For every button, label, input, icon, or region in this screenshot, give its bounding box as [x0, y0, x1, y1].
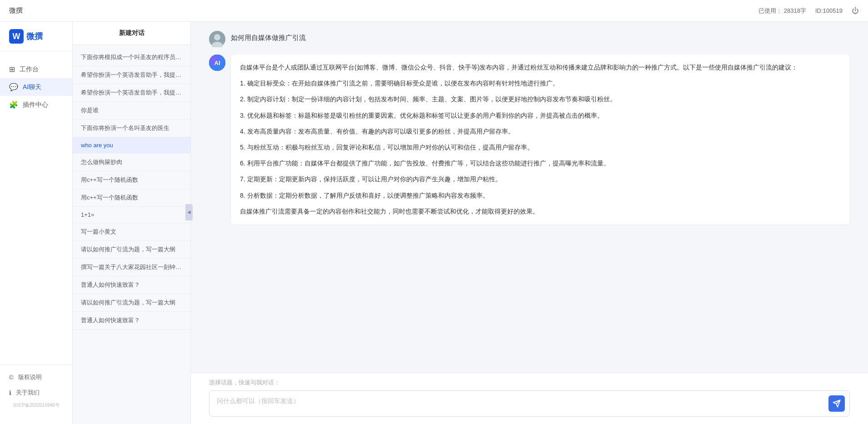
ai-avatar-inner: AI: [209, 55, 225, 71]
logo-area: W 微撰: [0, 22, 72, 51]
ai-avatar: AI: [209, 55, 225, 71]
nav-bottom: © 版权说明 ℹ 关于我们 京ICP备2022015948号: [0, 364, 72, 415]
about-label: 关于我们: [16, 389, 40, 397]
user-message: 如何用自媒体做推广引流: [209, 31, 850, 47]
chat-history-item-16[interactable]: 普通人如何快速致富？: [73, 312, 190, 329]
ai-chat-icon: 💬: [9, 83, 18, 91]
topbar-right: 已使用： 28318字 ID:100519 ⏻: [758, 7, 859, 15]
char-label: 已使用：: [758, 7, 782, 15]
nav-items: ⊞ 工作台 💬 AI聊天 🧩 插件中心: [0, 51, 72, 364]
input-box-wrapper: [209, 390, 850, 417]
chat-history-list: 下面你将模拟成一个叫圣友的程序员，我说... 希望你扮演一个英语发音助手，我提供…: [73, 45, 190, 424]
chat-history-item-4[interactable]: 你是谁: [73, 102, 190, 120]
brand-name: 微撰: [26, 31, 43, 42]
about-item[interactable]: ℹ 关于我们: [0, 385, 72, 400]
chat-history-item-14[interactable]: 普通人如何快速致富？: [73, 276, 190, 294]
user-message-text: 如何用自媒体做推广引流: [231, 31, 306, 42]
chat-history-item-2[interactable]: 希望你扮演一个英语发音助手，我提供给你...: [73, 66, 190, 84]
ai-para-7: 6. 利用平台推广功能：自媒体平台都提供了推广功能，如广告投放、付费推广等，可以…: [240, 158, 841, 169]
svg-point-1: [214, 34, 220, 40]
copyright-item[interactable]: © 版权说明: [0, 369, 72, 385]
chat-input-area: 选择话题，快速与我对话：: [191, 373, 868, 424]
sidebar-item-plugin[interactable]: 🧩 插件中心: [0, 96, 72, 114]
ai-para-4: 3. 优化标题和标签：标题和标签是吸引粉丝的重要因素。优化标题和标签可以让更多的…: [240, 110, 841, 121]
user-id: ID:100519: [815, 7, 843, 14]
chat-sidebar: 新建对话 下面你将模拟成一个叫圣友的程序员，我说... 希望你扮演一个英语发音助…: [73, 22, 191, 424]
logo-w-icon: W: [9, 29, 24, 44]
chat-history-item-3[interactable]: 希望你扮演一个英语发音助手，我提供给你...: [73, 84, 190, 102]
chat-history-item-10[interactable]: 1+1=: [73, 207, 190, 223]
chat-history-item-15[interactable]: 请以如何推广引流为题，写一篇大纲: [73, 294, 190, 312]
char-count-area: 已使用： 28318字: [758, 7, 806, 15]
message-group-1: 如何用自媒体做推广引流: [209, 31, 850, 224]
collapse-sidebar-button[interactable]: ◀: [185, 204, 193, 220]
ai-para-2: 1. 确定目标受众：在开始自媒体推广引流之前，需要明确目标受众是谁，以便在发布内…: [240, 78, 841, 89]
copyright-label: 版权说明: [18, 373, 42, 381]
plugin-icon: 🧩: [9, 100, 18, 109]
sidebar-item-workspace[interactable]: ⊞ 工作台: [0, 60, 72, 78]
new-chat-button[interactable]: 新建对话: [73, 22, 190, 45]
ai-para-5: 4. 发布高质量内容：发布高质量、有价值、有趣的内容可以吸引更多的粉丝，并提高用…: [240, 126, 841, 137]
ai-chat-label: AI聊天: [23, 83, 41, 91]
chat-history-item-1[interactable]: 下面你将模拟成一个叫圣友的程序员，我说...: [73, 49, 190, 66]
chat-history-item-7[interactable]: 怎么做狗屎炒肉: [73, 154, 190, 171]
send-button[interactable]: [828, 395, 845, 412]
quick-topics-label: 选择话题，快速与我对话：: [209, 379, 850, 387]
plugin-label: 插件中心: [23, 101, 48, 109]
power-icon[interactable]: ⏻: [852, 7, 859, 15]
chat-history-item-9[interactable]: 用c++写一个随机函数: [73, 189, 190, 207]
topbar: 微撰 已使用： 28318字 ID:100519 ⏻: [0, 0, 868, 22]
ai-para-10: 自媒体推广引流需要具备一定的内容创作和社交能力，同时也需要不断尝试和优化，才能取…: [240, 206, 841, 217]
left-nav: W 微撰 ⊞ 工作台 💬 AI聊天 🧩 插件中心 © 版权说明: [0, 22, 73, 424]
ai-para-6: 5. 与粉丝互动：积极与粉丝互动，回复评论和私信，可以增加用户对你的认可和信任，…: [240, 142, 841, 153]
ai-message-content: 自媒体平台是个人或团队通过互联网平台(如博客、微博、微信公众号、抖音、快手等)发…: [231, 55, 850, 224]
chat-messages: 如何用自媒体做推广引流: [191, 22, 868, 373]
svg-text:AI: AI: [215, 60, 220, 66]
chat-input[interactable]: [210, 391, 828, 416]
user-avatar: [209, 31, 225, 47]
chat-history-item-6[interactable]: who are you: [73, 137, 190, 154]
ai-para-1: 自媒体平台是个人或团队通过互联网平台(如博客、微博、微信公众号、抖音、快手等)发…: [240, 62, 841, 73]
chat-main: 如何用自媒体做推广引流: [191, 22, 868, 424]
workspace-label: 工作台: [20, 65, 39, 74]
char-count-value: 28318字: [784, 7, 806, 15]
icp-text: 京ICP备2022015948号: [0, 400, 72, 410]
copyright-icon: ©: [9, 374, 14, 381]
chat-history-item-12[interactable]: 请以如何推广引流为题，写一篇大纲: [73, 241, 190, 259]
topbar-title: 微撰: [9, 6, 23, 15]
workspace-icon: ⊞: [9, 65, 15, 74]
ai-message: AI 自媒体平台是个人或团队通过互联网平台(如博客、微博、微信公众号、抖音、快手…: [209, 55, 850, 224]
ai-para-3: 2. 制定内容计划：制定一份详细的内容计划，包括发布时间、频率、主题、文案、图片…: [240, 94, 841, 105]
chat-history-item-13[interactable]: 撰写一篇关于八大家花园社区一刻钟便民生...: [73, 259, 190, 276]
chat-history-item-11[interactable]: 写一篇小黄文: [73, 223, 190, 241]
about-icon: ℹ: [9, 389, 11, 396]
sidebar-item-ai-chat[interactable]: 💬 AI聊天: [0, 78, 72, 96]
chat-history-item-8[interactable]: 用c++写一个随机函数: [73, 171, 190, 189]
ai-para-8: 7. 定期更新：定期更新内容，保持活跃度，可以让用户对你的内容产生兴趣，增加用户…: [240, 174, 841, 185]
ai-para-9: 8. 分析数据：定期分析数据，了解用户反馈和喜好，以便调整推广策略和内容发布频率…: [240, 190, 841, 201]
chat-history-item-5[interactable]: 下面你将扮演一个名叫圣友的医生: [73, 120, 190, 137]
